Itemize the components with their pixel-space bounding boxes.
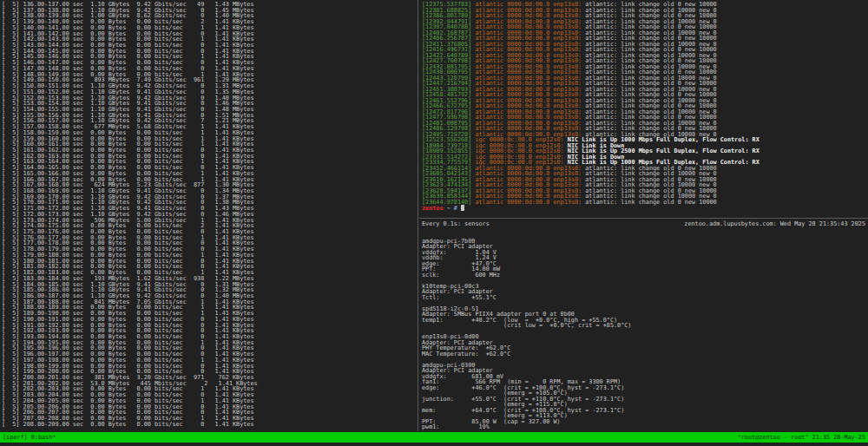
dmesg-log: [12375.537783] atlantic 0000:0d:00.0 enp… <box>422 2 760 205</box>
dmesg-pane[interactable]: [12375.537783] atlantic 0000:0d:00.0 enp… <box>422 2 760 211</box>
iperf-output-pane[interactable]: [ 5] 136.00-137.00 sec 1.10 GBytes 9.42 … <box>2 2 258 427</box>
sensors-output: amdgpu-pci-7b00 Adapter: PCI adapter vdd… <box>422 227 865 430</box>
watch-host-datetime: zentoo.adm.lupusbytes.com: Wed May 28 21… <box>684 221 865 227</box>
pane-divider-vertical[interactable] <box>418 0 418 431</box>
terminal-cursor <box>461 205 464 211</box>
sensors-watch-pane[interactable]: Every 0.1s: sensors zentoo.adm.lupusbyte… <box>422 221 865 430</box>
pane-divider-horizontal[interactable] <box>419 218 868 219</box>
dmesg-line: [23644.978140] atlantic 0000:0d:00.0 enp… <box>422 200 760 206</box>
prompt-hostname: zentoo <box>422 205 444 212</box>
prompt-path-symbol: ~ # <box>444 205 461 212</box>
watch-interval-label: Every 0.1s: sensors <box>422 221 490 227</box>
tmux-status-bar: [iperf] 0:bash* "root@zentoo - root" 21:… <box>0 432 868 443</box>
tmux-status-right: "root@zentoo - root" 21:35 28-May-25 <box>738 434 865 441</box>
tmux-terminal: [ 5] 136.00-137.00 sec 1.10 GBytes 9.42 … <box>0 0 868 446</box>
shell-prompt: zentoo ~ # <box>422 205 760 211</box>
tmux-session-window-list[interactable]: [iperf] 0:bash* <box>3 434 56 441</box>
